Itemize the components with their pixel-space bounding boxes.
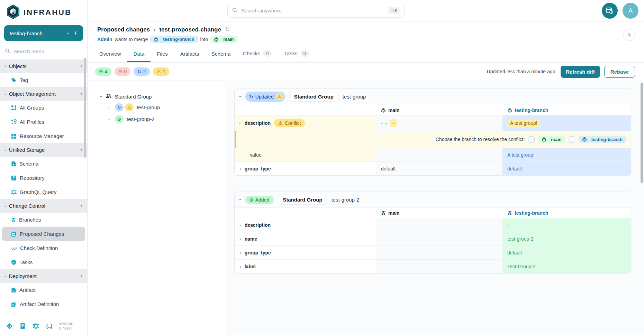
sidebar-item-all-profiles[interactable]: All Profiles [0, 115, 87, 129]
added-status-icon: ⊕ [115, 115, 124, 123]
sidebar-group-object-management[interactable]: • Object Management ▾ [0, 87, 87, 101]
sidebar-group-change-control[interactable]: • Change Control ▾ [0, 199, 87, 213]
resolve-main-checkbox[interactable] [528, 136, 535, 143]
tab-tasks[interactable]: Tasks0 [278, 46, 315, 62]
bullet-icon: • [5, 92, 6, 96]
tree-node-standard-group[interactable]: › Standard Group [101, 93, 226, 100]
branch-icon [154, 37, 158, 42]
tasks-calendar-button[interactable] [602, 3, 618, 19]
tab-overview[interactable]: Overview [93, 47, 127, 62]
sidebar-scrollbar[interactable] [84, 58, 86, 158]
chevron-right-icon[interactable]: › [239, 236, 241, 242]
sidebar-item-schema[interactable]: Schema [0, 157, 87, 171]
rebase-button[interactable]: Rebase [604, 66, 635, 78]
documentation-icon[interactable] [20, 323, 26, 329]
label-row: › label Test-Group-2 [235, 259, 631, 273]
sidebar-item-label: Schema [19, 161, 38, 167]
sidebar-item-label: Repository [20, 175, 45, 181]
collapse-chevron-icon[interactable]: › [237, 96, 243, 97]
refresh-icon[interactable]: ↻ [225, 26, 230, 33]
calendar-clock-icon [606, 7, 614, 15]
tab-data[interactable]: Data [127, 47, 151, 62]
sidebar-group-objects[interactable]: • Objects ▾ [0, 59, 87, 73]
app-window: INFRAHUB testing-branch › + • Objects ▾ … [0, 0, 644, 335]
user-avatar[interactable]: A [623, 3, 638, 19]
sidebar-item-all-groups[interactable]: All Groups [0, 101, 87, 115]
graphql-icon [11, 189, 17, 195]
branch-selector[interactable]: testing-branch › + [4, 25, 83, 41]
attribute-label: group_type [245, 250, 271, 255]
help-button[interactable]: ? [623, 29, 635, 41]
global-search[interactable]: ⌘K [227, 4, 405, 18]
collapse-chevron-icon[interactable]: › [237, 199, 243, 201]
tree-node-test-group-2[interactable]: ◦ ⊕ test-group-2 [108, 115, 226, 123]
tab-checks[interactable]: Checks0 [237, 46, 278, 62]
refresh-diff-button[interactable]: Refresh diff [561, 66, 600, 78]
topbar: ⌘K A [88, 0, 644, 21]
breadcrumb-parent[interactable]: Proposed changes [97, 26, 150, 33]
branch-selector-value: testing-branch [10, 30, 67, 36]
group-type-row: › group_type default [235, 245, 631, 259]
code-braces-icon[interactable]: {...} [46, 323, 52, 329]
add-branch-button[interactable]: + [74, 29, 78, 37]
sidebar-item-artifact[interactable]: Artifact [0, 283, 87, 297]
group-type-row: › group_type default default [235, 161, 631, 175]
api-docs-icon[interactable] [6, 323, 13, 329]
menu-search[interactable] [5, 48, 82, 55]
sidebar-item-repository[interactable]: Repository [0, 171, 87, 185]
main-option-badge[interactable]: main [538, 136, 565, 143]
graphql-sandbox-icon[interactable] [33, 323, 39, 329]
old-value: - [381, 120, 383, 126]
tree-node-test-group[interactable]: ◦ ↻ ⚠ test-group [108, 103, 226, 111]
minus-circle-icon: ⊖ [118, 69, 123, 74]
sidebar-item-resource-manager[interactable]: Resource Manager [0, 129, 87, 143]
sidebar-item-label: All Groups [20, 105, 44, 111]
branch-value-cell: test-group-2 [502, 232, 631, 245]
sidebar-item-artifact-definition[interactable]: Artifact Definition [0, 297, 87, 311]
tab-files[interactable]: Files [151, 47, 174, 62]
logo[interactable]: INFRAHUB [0, 0, 87, 23]
branch-option-badge[interactable]: testing-branch [579, 136, 626, 143]
chevron-right-icon[interactable]: › [239, 166, 241, 171]
menu-search-input[interactable] [13, 48, 72, 54]
tree-node-label: Standard Group [115, 94, 152, 100]
breadcrumb: Proposed changes › test-proposed-change … [97, 26, 634, 33]
sidebar-item-label: Check Definition [20, 245, 58, 251]
global-search-input[interactable] [241, 8, 384, 13]
warning-icon: ⚠ [157, 69, 161, 74]
tab-schema[interactable]: Schema [205, 47, 237, 62]
chevron-right-icon[interactable]: › [239, 264, 241, 269]
main-column-header: main [376, 208, 502, 218]
page-scrollbar[interactable] [641, 83, 643, 183]
bullet-icon: • [5, 274, 6, 278]
breadcrumb-separator: › [154, 27, 155, 33]
sidebar-group-unified-storage[interactable]: • Unified Storage ▾ [0, 143, 87, 157]
chevron-right-icon[interactable]: › [239, 250, 241, 255]
object-kind-badge: Standard Group [289, 92, 338, 101]
sidebar-item-proposed-changes[interactable]: Proposed Changes [2, 227, 85, 241]
bullet-icon: • [5, 204, 6, 208]
sidebar-item-graphql-query[interactable]: GraphQL Query [0, 185, 87, 199]
sidebar-item-tasks[interactable]: Tasks [0, 255, 87, 269]
main-value-cell: default [376, 162, 502, 175]
sidebar-group-deployment[interactable]: • Deployment ▾ [0, 269, 87, 283]
shortcut-badge: ⌘K [388, 7, 400, 14]
tab-artifacts[interactable]: Artifacts [174, 47, 205, 62]
sidebar-menu: • Objects ▾ Tag • Object Management ▾ Al… [0, 57, 87, 317]
chevron-down-icon[interactable]: › [237, 122, 243, 124]
sidebar-item-branches[interactable]: Branches [0, 213, 87, 227]
branches-icon [11, 217, 16, 222]
sidebar-item-label: Branches [19, 217, 41, 223]
attribute-label: name [245, 236, 257, 242]
resolve-branch-checkbox[interactable] [569, 136, 575, 143]
main-value-cell [376, 246, 502, 259]
chevron-down-icon: › [65, 32, 71, 34]
sidebar-item-check-definition[interactable]: Check Definition [0, 241, 87, 255]
sidebar-item-tag[interactable]: Tag [0, 73, 87, 87]
warning-icon: ⚠ [276, 93, 283, 100]
search-icon [5, 48, 10, 55]
name-row: › name test-group-2 [235, 232, 631, 245]
refresh-icon: ↻ [137, 69, 142, 74]
chevron-right-icon[interactable]: › [239, 222, 241, 228]
chevron-down-icon: ▾ [80, 64, 82, 68]
